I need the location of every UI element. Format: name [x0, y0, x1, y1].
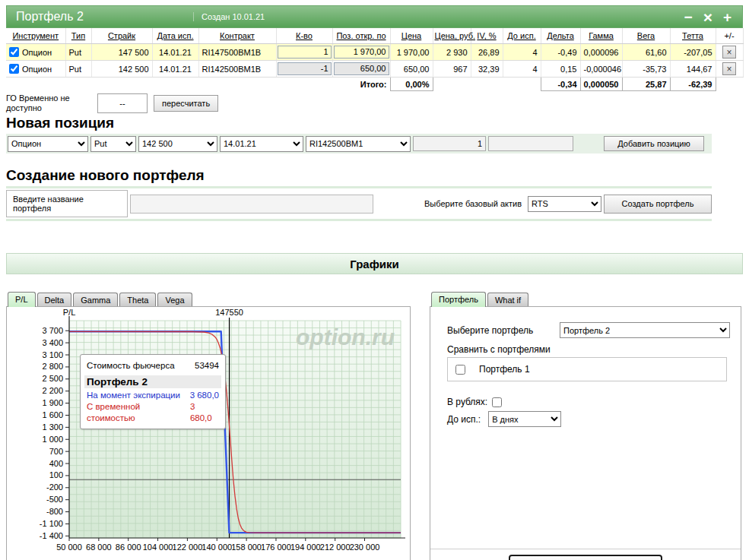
theta-cell: 144,67	[670, 61, 716, 78]
strike-cell: 147 500	[91, 44, 152, 61]
svg-text:1 900: 1 900	[42, 398, 63, 407]
tab-whatif[interactable]: What if	[487, 293, 528, 307]
svg-text:86 000: 86 000	[116, 543, 141, 552]
svg-text:104 000: 104 000	[143, 543, 173, 552]
delta-cell: -0,49	[541, 44, 580, 61]
open-price-input[interactable]: 1 970,00	[334, 46, 389, 59]
tooltip-portfolio-name: Портфель 2	[84, 375, 221, 388]
vega-cell: -35,73	[622, 61, 670, 78]
select-portfolio-label: Выберите портфель	[447, 325, 560, 336]
go-value-input[interactable]	[97, 93, 148, 113]
svg-text:2 500: 2 500	[42, 374, 63, 383]
tab-theta[interactable]: Theta	[119, 293, 156, 307]
create-portfolio-button[interactable]: Создать портфель	[604, 195, 712, 214]
remove-position-button[interactable]: ×	[722, 62, 736, 75]
totals-delta: -0,34	[541, 78, 580, 91]
tab-vega[interactable]: Vega	[157, 293, 192, 307]
svg-text:2 200: 2 200	[42, 386, 63, 395]
portfolio-settings-panel: Выберите портфель Портфель 2 Сравнить с …	[430, 306, 741, 560]
svg-text:400: 400	[49, 459, 63, 468]
svg-text:700: 700	[49, 447, 63, 456]
tooltip-timevalue-label: С временной стоимостью	[87, 401, 190, 424]
new-portfolio-heading: Создание нового портфеля	[6, 167, 743, 184]
col-header-iv[interactable]: IV, %	[471, 28, 503, 44]
col-header-gamma[interactable]: Гамма	[580, 28, 622, 44]
svg-text:-800: -800	[46, 507, 63, 516]
col-header-price[interactable]: Цена	[390, 28, 433, 44]
rubles-checkbox[interactable]	[492, 397, 502, 407]
svg-text:-500: -500	[46, 495, 63, 504]
minimize-icon[interactable]: −	[684, 10, 693, 24]
add-icon[interactable]: +	[723, 10, 732, 24]
col-header-vega[interactable]: Вега	[622, 28, 670, 44]
svg-text:100: 100	[49, 470, 63, 479]
totals-theta: -62,39	[670, 78, 716, 91]
col-header-theta[interactable]: Тетта	[670, 28, 716, 44]
col-header-strike[interactable]: Страйк	[91, 28, 152, 44]
exp-date-select[interactable]: 14.01.21	[220, 136, 303, 152]
positions-table: Инструмент Тип Страйк Дата исп. Контракт…	[6, 28, 744, 91]
portfolio-select[interactable]: Портфель 2	[560, 322, 730, 338]
svg-text:50 000: 50 000	[56, 543, 82, 552]
open-price-input[interactable]: 650,00	[334, 62, 389, 75]
expdate-cell: 14.01.21	[152, 61, 198, 78]
compare-portfolio-checkbox[interactable]	[455, 365, 465, 375]
tooltip-futures-label: Стоимость фьючерса	[87, 360, 175, 372]
build-chart-button[interactable]: Построить график	[509, 555, 662, 560]
right-tabs: Портфель What if	[430, 290, 741, 306]
new-position-heading: Новая позиция	[6, 115, 743, 131]
col-header-qty[interactable]: К-во	[276, 28, 332, 44]
price-rub-cell: 967	[433, 61, 471, 78]
tab-gamma[interactable]: Gamma	[73, 293, 118, 307]
new-qty-input[interactable]	[413, 136, 486, 151]
iv-cell: 32,39	[471, 61, 503, 78]
instrument-select[interactable]: Опцион	[8, 136, 88, 152]
remove-position-button[interactable]: ×	[722, 46, 736, 59]
svg-text:-1 400: -1 400	[40, 531, 63, 540]
col-header-delta[interactable]: Дельта	[541, 28, 580, 44]
option-type-select[interactable]: Put	[90, 136, 136, 152]
col-header-expdate[interactable]: Дата исп.	[152, 28, 198, 44]
position-checkbox[interactable]	[9, 47, 19, 57]
svg-text:3 400: 3 400	[42, 338, 63, 347]
base-asset-select[interactable]: RTS	[528, 196, 601, 212]
instrument-label: Опцион	[22, 48, 52, 57]
qty-input[interactable]: -1	[278, 62, 332, 75]
add-position-button[interactable]: Добавить позицию	[604, 136, 704, 151]
col-header-open-price[interactable]: Поз. откр. по	[332, 28, 390, 44]
contract-select[interactable]: RI142500BM1	[306, 136, 411, 152]
svg-text:1 300: 1 300	[42, 422, 63, 432]
col-header-instrument[interactable]: Инструмент	[6, 28, 65, 44]
col-header-days[interactable]: До исп.	[503, 28, 541, 44]
svg-text:1 000: 1 000	[42, 435, 63, 444]
days-select[interactable]: В днях	[488, 411, 561, 427]
svg-text:-1 100: -1 100	[40, 519, 63, 528]
totals-percent: 0,00%	[390, 78, 433, 91]
col-header-contract[interactable]: Контракт	[198, 28, 276, 44]
rubles-label: В рублях:	[447, 397, 487, 407]
tab-delta[interactable]: Delta	[37, 293, 72, 307]
new-price-input[interactable]	[488, 136, 573, 151]
pl-chart[interactable]: option.ru14755050 00068 00086 000104 000…	[8, 308, 410, 559]
go-label: ГО Временно не доступно	[6, 93, 91, 113]
col-header-type[interactable]: Тип	[65, 28, 91, 44]
chart-tooltip: Стоимость фьючерса 53494 Портфель 2 На м…	[80, 354, 226, 429]
col-header-price-rub[interactable]: Цена, руб.	[433, 28, 471, 44]
new-position-row: Опцион Put 142 500 14.01.21 RI142500BM1 …	[6, 134, 712, 153]
tab-pl[interactable]: P/L	[8, 292, 36, 307]
iv-cell: 26,89	[471, 44, 503, 61]
position-checkbox[interactable]	[9, 64, 19, 74]
compare-portfolios-label: Сравнить с портфелями	[447, 344, 730, 355]
svg-text:option.ru: option.ru	[296, 324, 395, 350]
recalculate-button[interactable]: пересчитать	[154, 95, 218, 112]
qty-input[interactable]: 1	[278, 46, 332, 59]
close-icon[interactable]: ×	[703, 10, 713, 24]
portfolio-name-input[interactable]	[130, 195, 373, 214]
tab-portfolio[interactable]: Портфель	[431, 292, 486, 307]
expdate-cell: 14.01.21	[152, 44, 198, 61]
days-cell: 4	[503, 44, 541, 61]
strike-select[interactable]: 142 500	[138, 136, 217, 152]
svg-text:140 000: 140 000	[202, 543, 232, 552]
svg-text:122 000: 122 000	[173, 543, 203, 552]
delta-cell: 0,15	[541, 61, 580, 78]
